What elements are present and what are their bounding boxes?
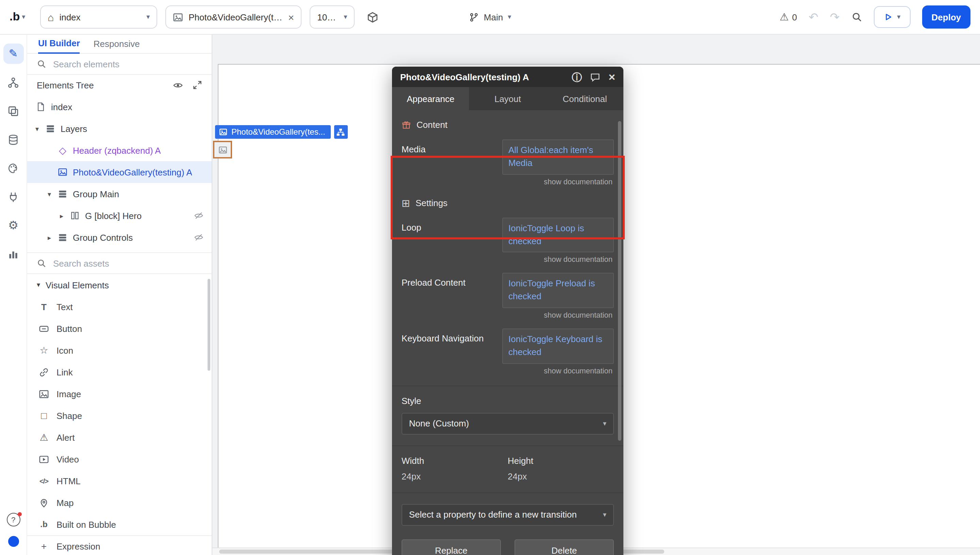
palette-item-button[interactable]: Button [27, 318, 212, 339]
chevron-down-icon: ▾ [146, 14, 150, 21]
tab-appearance[interactable]: Appearance [392, 87, 469, 110]
chevron-right-icon[interactable]: ▸ [60, 212, 69, 219]
expand-icon[interactable] [193, 80, 202, 90]
show-documentation-link[interactable]: show documentation [392, 364, 623, 375]
style-dropdown[interactable]: None (Custom) ▾ [402, 413, 614, 435]
map-pin-icon [38, 497, 50, 508]
component-library-icon[interactable] [367, 11, 378, 23]
palette-item-icon[interactable]: ☆ Icon [27, 339, 212, 361]
chevron-right-icon[interactable]: ▸ [48, 234, 57, 241]
eye-icon[interactable] [173, 80, 183, 90]
tree-item-group-main[interactable]: ▾ Group Main [27, 183, 212, 205]
palette-item-text[interactable]: T Text [27, 296, 212, 318]
deploy-button[interactable]: Deploy [922, 5, 970, 29]
info-icon[interactable]: ⓘ [572, 72, 582, 82]
logs-tab-button[interactable] [3, 244, 24, 264]
styles-tab-button[interactable] [3, 158, 24, 178]
chevron-down-icon[interactable]: ▾ [35, 125, 45, 132]
tree-item-header[interactable]: ◇ Header (zqbackend) A [27, 140, 212, 161]
tab-responsive[interactable]: Responsive [93, 39, 140, 53]
tab-layout[interactable]: Layout [469, 87, 546, 110]
hidden-eye-icon[interactable] [194, 211, 204, 220]
palette-item-video[interactable]: Video [27, 448, 212, 470]
tree-item-photo-video-gallery[interactable]: Photo&VideoGallery(testing) A [27, 161, 212, 183]
palette-item-map[interactable]: Map [27, 492, 212, 513]
palette-item-image[interactable]: Image [27, 383, 212, 405]
show-documentation-link[interactable]: show documentation [392, 175, 623, 185]
left-icon-rail: ✎ ⚙ ? [0, 34, 27, 555]
tree-item-label: index [51, 102, 72, 112]
tree-item-layers[interactable]: ▾ Layers [27, 118, 212, 140]
loop-value-box[interactable]: IonicToggle Loop is checked [502, 217, 614, 252]
data-tab-button[interactable] [3, 129, 24, 150]
branch-icon [469, 12, 479, 22]
add-expression-button[interactable]: + Expression [27, 535, 212, 555]
issues-indicator[interactable]: ⚠ 0 [779, 11, 797, 23]
palette-item-shape[interactable]: □ Shape [27, 405, 212, 427]
transition-dropdown[interactable]: Select a property to define a new transi… [402, 504, 614, 526]
search-assets-input[interactable] [52, 257, 202, 269]
dimensions-row: Width 24px Height 24px [392, 446, 623, 481]
branch-selector[interactable]: Main ▾ [469, 12, 511, 22]
transition-placeholder: Select a property to define a new transi… [409, 510, 577, 520]
popup-scrollbar[interactable] [618, 121, 621, 441]
plugins-tab-button[interactable] [3, 186, 24, 207]
preview-button[interactable]: ▾ [874, 6, 910, 28]
design-tab-button[interactable]: ✎ [3, 43, 24, 64]
element-tree-shortcut-button[interactable] [334, 125, 348, 139]
preload-value-box[interactable]: IonicToggle Preload is checked [502, 273, 614, 308]
group-icon [57, 233, 68, 242]
palette-item-html[interactable]: </> HTML [27, 470, 212, 492]
close-icon[interactable]: × [609, 71, 615, 83]
visual-elements-header[interactable]: ▾ Visual Elements [27, 274, 212, 296]
tab-ui-builder[interactable]: UI Builder [38, 38, 80, 54]
tree-item-group-controls[interactable]: ▸ Group Controls [27, 226, 212, 248]
code-icon: </> [38, 477, 50, 484]
undo-icon[interactable]: ↶ [808, 11, 818, 23]
chevron-down-icon: ▾ [508, 14, 511, 21]
selected-element-chip[interactable]: Photo&VideoGallery(tes... [215, 125, 331, 139]
delete-button[interactable]: Delete [514, 539, 614, 555]
hidden-eye-icon[interactable] [194, 233, 204, 242]
palette-item-built-on-bubble[interactable]: .b Built on Bubble [27, 513, 212, 535]
zoom-dropdown[interactable]: 100% ▾ [310, 5, 355, 29]
image-icon [57, 167, 68, 177]
help-button[interactable]: ? [6, 513, 20, 526]
chevron-down-icon[interactable]: ▾ [48, 190, 57, 197]
content-section-header: Content [392, 110, 623, 130]
loop-label: Loop [402, 217, 502, 252]
show-documentation-link[interactable]: show documentation [392, 308, 623, 319]
replace-button[interactable]: Replace [402, 539, 501, 555]
element-tab-label: Photo&VideoGallery(testin... [188, 12, 283, 22]
user-avatar[interactable] [8, 536, 19, 547]
star-icon: ☆ [38, 345, 50, 355]
settings-tab-button[interactable]: ⚙ [3, 215, 24, 235]
search-icon[interactable] [851, 11, 862, 22]
palette-item-link[interactable]: Link [27, 361, 212, 383]
palette-item-alert[interactable]: ⚠ Alert [27, 427, 212, 448]
workflow-tab-button[interactable] [3, 72, 24, 93]
tree-item-g-block-hero[interactable]: ▸ G [block] Hero [27, 205, 212, 226]
panel-scrollbar[interactable] [207, 279, 210, 371]
photo-gallery-element[interactable] [213, 141, 232, 159]
show-documentation-link[interactable]: show documentation [392, 253, 623, 263]
search-icon [37, 59, 46, 69]
pages-tab-button[interactable] [3, 101, 24, 121]
bubble-logo-menu[interactable]: .b ▾ [10, 10, 25, 24]
element-tab[interactable]: Photo&VideoGallery(testin... × [165, 5, 302, 29]
page-selector-dropdown[interactable]: ⌂ index ▾ [40, 5, 157, 29]
keyboard-value-box[interactable]: IonicToggle Keyboard is checked [502, 329, 614, 364]
close-icon[interactable]: × [288, 12, 294, 22]
search-elements-input[interactable] [52, 58, 202, 70]
redo-icon[interactable]: ↷ [830, 11, 840, 23]
elements-tree-header: Elements Tree [27, 75, 212, 96]
media-value-box[interactable]: All Global:each item's Media [502, 140, 614, 175]
tab-conditional[interactable]: Conditional [546, 87, 623, 110]
comment-icon[interactable] [590, 72, 600, 82]
tree-item-index[interactable]: index [27, 96, 212, 118]
palette-item-label: HTML [56, 476, 80, 486]
link-icon [38, 367, 50, 377]
property-editor-title: Photo&VideoGallery(testing) A [400, 72, 529, 82]
palette-item-label: Alert [56, 432, 74, 443]
property-editor-titlebar[interactable]: Photo&VideoGallery(testing) A ⓘ × [392, 67, 623, 87]
